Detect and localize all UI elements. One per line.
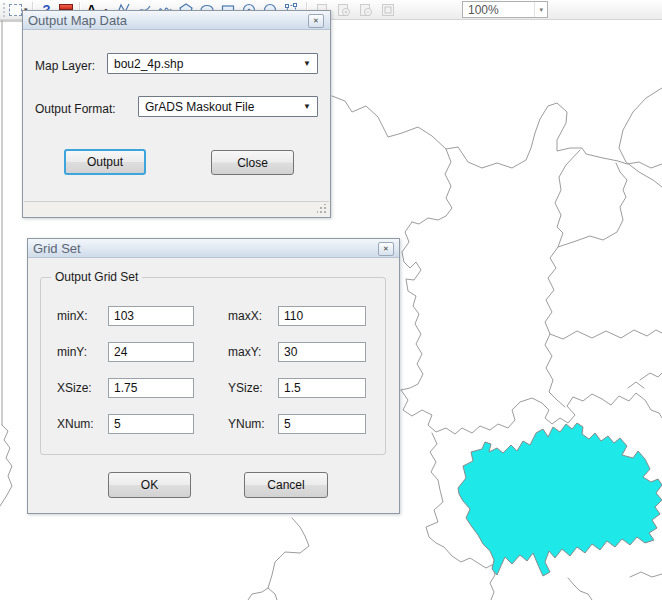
zoom-level-combobox[interactable]: 100% ▾ — [462, 1, 548, 18]
map-boundary — [268, 518, 309, 600]
miny-label: minY: — [57, 342, 108, 362]
output-map-data-dialog: Output Map Data ✕ Map Layer: bou2_4p.shp… — [22, 10, 331, 218]
output-map-data-titlebar[interactable]: Output Map Data — [23, 11, 330, 30]
map-layer-combobox[interactable]: bou2_4p.shp ▼ — [107, 53, 318, 74]
maxy-label: maxY: — [228, 342, 278, 362]
fit-page-icon — [380, 2, 396, 18]
spacer — [194, 342, 228, 362]
output-format-combobox[interactable]: GrADS Maskout File ▼ — [138, 96, 318, 117]
minx-input[interactable] — [108, 306, 194, 326]
status-bar — [24, 201, 329, 216]
xnum-label: XNum: — [57, 414, 108, 434]
dialog-title: Grid Set — [33, 241, 81, 256]
map-boundary — [332, 96, 662, 168]
minx-label: minX: — [57, 306, 108, 326]
miny-input[interactable] — [108, 342, 194, 362]
map-boundary — [619, 88, 662, 187]
output-format-label: Output Format: — [35, 102, 116, 116]
output-button[interactable]: Output — [64, 149, 146, 175]
toolbar-grip[interactable] — [3, 3, 6, 17]
fit-page-button-disabled — [378, 1, 398, 19]
output-grid-set-groupbox: Output Grid Set minX: maxX: minY: maxY: … — [40, 277, 386, 455]
resize-grip[interactable] — [317, 204, 327, 214]
ysize-label: YSize: — [228, 378, 278, 398]
zoom-out-page-icon — [358, 2, 374, 18]
spacer — [194, 378, 228, 398]
dialog-title: Output Map Data — [28, 13, 127, 28]
map-layer-label: Map Layer: — [35, 59, 95, 73]
map-boundary — [555, 150, 627, 247]
grid-fields: minX: maxX: minY: maxY: XSize: YSize: XN… — [41, 278, 385, 434]
xsize-label: XSize: — [57, 378, 108, 398]
zoom-out-page-button-disabled — [356, 1, 376, 19]
close-icon[interactable]: ✕ — [308, 14, 324, 28]
maxx-label: maxX: — [228, 306, 278, 326]
map-boundary — [550, 330, 662, 339]
zoom-in-page-button-disabled — [334, 1, 354, 19]
maxy-input[interactable] — [278, 342, 366, 362]
select-elements-icon — [9, 4, 22, 16]
map-layer-value: bou2_4p.shp — [108, 57, 297, 71]
ysize-input[interactable] — [278, 378, 366, 398]
map-boundary — [412, 149, 452, 224]
ok-button[interactable]: OK — [108, 472, 191, 498]
spacer — [194, 306, 228, 326]
map-boundary — [640, 373, 662, 380]
xnum-input[interactable] — [108, 414, 194, 434]
groupbox-title: Output Grid Set — [51, 270, 142, 284]
close-icon[interactable]: ✕ — [378, 242, 394, 256]
map-boundary — [628, 382, 644, 388]
map-boundary — [568, 578, 592, 600]
ynum-label: YNum: — [228, 414, 278, 434]
chevron-down-icon[interactable]: ▾ — [534, 2, 547, 17]
maxx-input[interactable] — [278, 306, 366, 326]
close-button[interactable]: Close — [211, 150, 294, 175]
map-boundary — [401, 222, 423, 390]
grid-set-dialog: Grid Set ✕ Output Grid Set minX: maxX: m… — [27, 238, 400, 514]
map-boundary — [630, 572, 662, 577]
chevron-down-icon[interactable]: ▼ — [297, 102, 317, 111]
chevron-down-icon[interactable]: ▼ — [297, 59, 317, 68]
map-boundary — [0, 425, 12, 506]
spacer — [194, 414, 228, 434]
map-boundary — [401, 390, 662, 434]
xsize-input[interactable] — [108, 378, 194, 398]
map-boundary — [545, 247, 565, 407]
highlighted-region[interactable] — [458, 423, 662, 576]
zoom-level-value: 100% — [463, 3, 534, 17]
grid-set-titlebar[interactable]: Grid Set — [28, 239, 399, 258]
map-boundary — [248, 588, 268, 600]
zoom-in-page-icon — [336, 2, 352, 18]
ynum-input[interactable] — [278, 414, 366, 434]
output-format-value: GrADS Maskout File — [139, 100, 297, 114]
app-window: ▾ ? LB A • — [0, 0, 662, 600]
cancel-button[interactable]: Cancel — [244, 472, 328, 498]
